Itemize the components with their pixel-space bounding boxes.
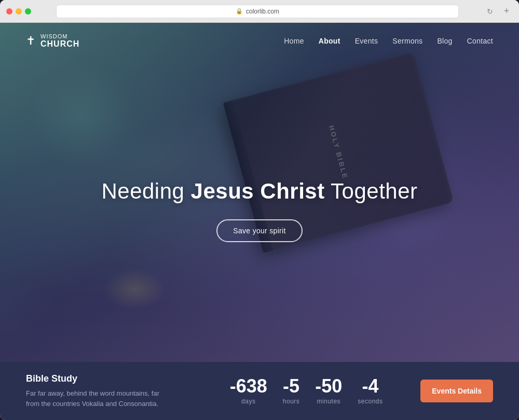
logo-church: CHURCH bbox=[40, 39, 79, 49]
headline-bold: Jesus Christ bbox=[191, 179, 325, 203]
nav-item-contact[interactable]: Contact bbox=[467, 36, 493, 46]
seconds-label: seconds bbox=[358, 398, 383, 405]
browser-window: 🔒 colorlib.com ↻ + HOLY BIBLE bbox=[0, 0, 519, 420]
event-details-button[interactable]: Events Details bbox=[420, 380, 493, 402]
logo-wisdom: WISDOM bbox=[40, 33, 79, 39]
countdown-timer: -638 days -5 hours -50 minutes -4 second… bbox=[192, 377, 420, 405]
nav-menu: Home About Events Sermons Blog bbox=[284, 36, 493, 46]
minutes-label: minutes bbox=[317, 398, 341, 405]
browser-chrome: 🔒 colorlib.com ↻ + bbox=[0, 0, 519, 23]
lock-icon: 🔒 bbox=[236, 8, 243, 15]
nav-link-events[interactable]: Events bbox=[355, 37, 378, 45]
nav-link-home[interactable]: Home bbox=[284, 37, 304, 45]
event-bar: Bible Study Far far away, behind the wor… bbox=[0, 362, 519, 420]
seconds-value: -4 bbox=[362, 377, 378, 396]
url-text: colorlib.com bbox=[246, 8, 279, 15]
event-info: Bible Study Far far away, behind the wor… bbox=[26, 373, 192, 409]
main-navbar: ✝ WISDOM CHURCH Home About Events bbox=[0, 23, 519, 59]
hours-label: hours bbox=[283, 398, 300, 405]
headline-pre: Needing bbox=[101, 179, 190, 203]
countdown-minutes: -50 minutes bbox=[315, 377, 342, 405]
close-button[interactable] bbox=[6, 8, 12, 15]
traffic-lights bbox=[6, 8, 31, 15]
refresh-button[interactable]: ↻ bbox=[484, 7, 496, 16]
hero-content: Needing Jesus Christ Together Save your … bbox=[0, 59, 519, 362]
nav-item-blog[interactable]: Blog bbox=[437, 36, 452, 46]
event-description: Far far away, behind the word mountains,… bbox=[26, 388, 161, 409]
countdown-seconds: -4 seconds bbox=[358, 377, 383, 405]
minimize-button[interactable] bbox=[16, 8, 22, 15]
minutes-value: -50 bbox=[315, 377, 342, 396]
nav-link-blog[interactable]: Blog bbox=[437, 37, 452, 45]
address-bar[interactable]: 🔒 colorlib.com bbox=[56, 5, 459, 18]
new-tab-button[interactable]: + bbox=[500, 5, 513, 18]
cross-icon: ✝ bbox=[26, 35, 35, 47]
nav-link-contact[interactable]: Contact bbox=[467, 37, 493, 45]
event-title: Bible Study bbox=[26, 373, 192, 384]
headline-post: Together bbox=[325, 179, 418, 203]
countdown-days: -638 days bbox=[230, 377, 267, 405]
maximize-button[interactable] bbox=[25, 8, 31, 15]
nav-link-sermons[interactable]: Sermons bbox=[392, 37, 422, 45]
days-value: -638 bbox=[230, 377, 267, 396]
days-label: days bbox=[241, 398, 255, 405]
nav-link-about[interactable]: About bbox=[319, 37, 340, 45]
website-content: HOLY BIBLE ✝ WISDOM CHURCH Home bbox=[0, 23, 519, 420]
nav-item-events[interactable]: Events bbox=[355, 36, 378, 46]
nav-item-about[interactable]: About bbox=[319, 36, 340, 46]
hours-value: -5 bbox=[283, 377, 299, 396]
countdown-hours: -5 hours bbox=[283, 377, 300, 405]
hero-headline: Needing Jesus Christ Together bbox=[101, 179, 417, 204]
nav-item-home[interactable]: Home bbox=[284, 36, 304, 46]
nav-item-sermons[interactable]: Sermons bbox=[392, 36, 422, 46]
logo-text-group: WISDOM CHURCH bbox=[40, 33, 79, 49]
site-logo[interactable]: ✝ WISDOM CHURCH bbox=[26, 33, 79, 49]
cta-button[interactable]: Save your spirit bbox=[216, 219, 302, 242]
hero-section: HOLY BIBLE ✝ WISDOM CHURCH Home bbox=[0, 23, 519, 362]
